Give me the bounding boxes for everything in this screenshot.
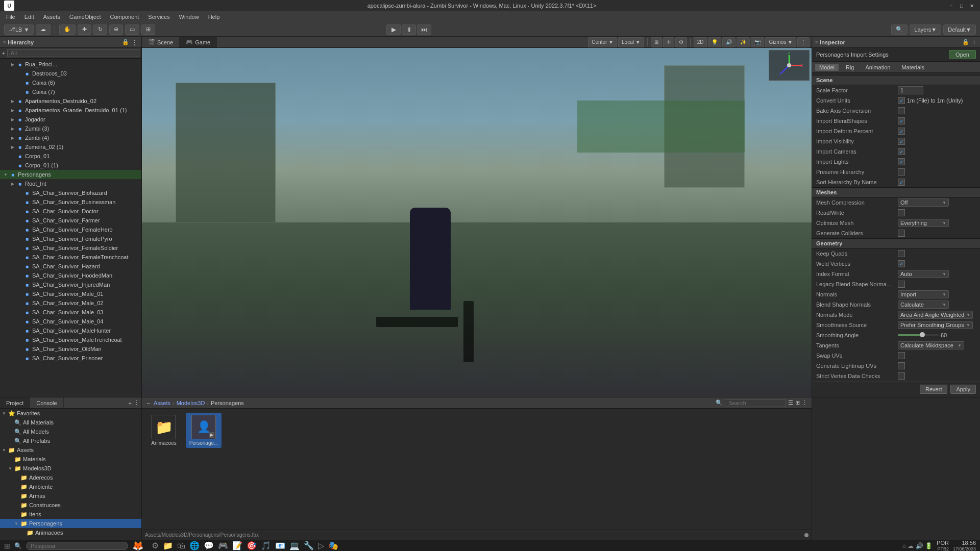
smoothing-angle-slider-container[interactable]: 60 — [898, 332, 953, 338]
scene-local-dropdown[interactable]: Local ▼ — [618, 37, 644, 47]
tree-all-prefabs[interactable]: 🔍 All Prefabs — [0, 436, 141, 445]
tree-ambiente[interactable]: 📁 Ambiente — [0, 482, 141, 491]
inspector-lock-icon[interactable]: 🔒 — [962, 39, 969, 45]
blend-shape-normals-dropdown[interactable]: Calculate — [898, 300, 949, 309]
hierarchy-item[interactable]: ▶ ■ Zumbi (3) — [0, 124, 141, 133]
read-write-checkbox[interactable] — [898, 209, 905, 216]
hierarchy-item[interactable]: ■ SA_Char_Survivor_MaleTrenchcoat — [0, 335, 141, 344]
scene-gizmos-button[interactable]: Gizmos ▼ — [765, 37, 796, 47]
taskbar-discord-icon[interactable]: 💬 — [204, 541, 214, 550]
import-deform-checkbox[interactable]: ✓ — [898, 128, 905, 135]
swap-uvs-checkbox[interactable] — [898, 352, 905, 359]
tab-materials[interactable]: Materials — [897, 64, 928, 71]
revert-button[interactable]: Revert — [920, 385, 947, 394]
scene-snap-button[interactable]: ✛ — [663, 37, 674, 47]
preserve-hierarchy-checkbox[interactable] — [898, 168, 905, 176]
file-list-view-icon[interactable]: ☰ — [788, 399, 793, 406]
hierarchy-item[interactable]: ■ SA_Char_Survivor_FemalePyro — [0, 234, 141, 243]
status-start-icon[interactable]: ⊞ — [4, 542, 10, 550]
tab-rig[interactable]: Rig — [842, 64, 859, 71]
keep-quads-checkbox[interactable] — [898, 250, 905, 257]
menu-window[interactable]: Window — [175, 13, 203, 21]
hierarchy-item[interactable]: ▶ ■ Jogador — [0, 115, 141, 124]
scene-more-button[interactable]: ⋮ — [797, 37, 810, 47]
generate-lightmap-checkbox[interactable] — [898, 362, 905, 369]
menu-component[interactable]: Component — [106, 13, 143, 21]
play-button[interactable]: ▶ — [386, 24, 401, 35]
hierarchy-item[interactable]: ■ SA_Char_Survivor_Male_04 — [0, 317, 141, 326]
hierarchy-item[interactable]: ▶ ■ Apartamentos_Grande_Destruido_01 (1) — [0, 106, 141, 115]
normals-dropdown[interactable]: Import — [898, 290, 949, 298]
minimize-button[interactable]: − — [947, 2, 955, 10]
scene-fx-button[interactable]: ✨ — [737, 37, 750, 47]
hierarchy-item[interactable]: ■ SA_Char_Survivor_Biohazard — [0, 188, 141, 197]
hierarchy-item[interactable]: ■ SA_Char_Survivor_Doctor — [0, 207, 141, 216]
taskbar-mail-icon[interactable]: 📧 — [275, 541, 285, 550]
hierarchy-item[interactable]: ■ SA_Char_Survivor_Farmer — [0, 216, 141, 225]
pause-button[interactable]: ⏸ — [402, 24, 416, 35]
tree-aderecos[interactable]: 📁 Aderecos — [0, 473, 141, 482]
hierarchy-lock-icon[interactable]: 🔒 — [122, 39, 129, 45]
hierarchy-item[interactable]: ▶ ■ Root_Int — [0, 179, 141, 188]
scene-viewport[interactable]: X Y Z — [142, 48, 812, 397]
rotate-tool[interactable]: ↻ — [93, 24, 107, 35]
taskbar-spotify-icon[interactable]: 🎵 — [261, 541, 271, 550]
tree-itens[interactable]: 📁 Itens — [0, 510, 141, 519]
strict-vertex-checkbox[interactable] — [898, 372, 905, 380]
tab-model[interactable]: Model — [815, 64, 839, 71]
project-add-icon[interactable]: + — [129, 400, 132, 406]
generate-colliders-checkbox[interactable] — [898, 230, 905, 237]
hierarchy-item[interactable]: ■ SA_Char_Survivor_FemaleSoldier — [0, 243, 141, 253]
hierarchy-search[interactable] — [7, 49, 139, 57]
hierarchy-item[interactable]: ■ Caixa (6) — [0, 78, 141, 87]
hierarchy-item[interactable]: ■ SA_Char_Survivor_Male_02 — [0, 298, 141, 308]
tab-scene[interactable]: 🎬 Scene — [142, 37, 180, 47]
hierarchy-item[interactable]: ■ SA_Char_Survivor_Businessman — [0, 197, 141, 207]
bake-axis-checkbox[interactable] — [898, 107, 905, 114]
hand-tool[interactable]: ✋ — [59, 24, 76, 35]
import-visibility-checkbox[interactable]: ✓ — [898, 138, 905, 145]
taskbar-store-icon[interactable]: 🛍 — [177, 541, 185, 550]
scale-tool[interactable]: ⊕ — [109, 24, 123, 35]
tab-project[interactable]: Project — [0, 397, 30, 408]
tree-armas[interactable]: 📁 Armas — [0, 491, 141, 500]
scene-camera-button[interactable]: 📷 — [751, 37, 764, 47]
move-tool[interactable]: ✚ — [78, 24, 91, 35]
scene-options-button[interactable]: ⚙ — [675, 37, 687, 47]
layers-dropdown[interactable]: Layers ▼ — [910, 24, 941, 35]
inspector-menu-icon[interactable]: ⋮ — [971, 39, 977, 45]
hierarchy-item[interactable]: ■ Corpo_01 (1) — [0, 161, 141, 170]
step-button[interactable]: ⏭ — [417, 24, 431, 35]
menu-file[interactable]: File — [2, 13, 19, 21]
search-button[interactable]: 🔍 — [891, 24, 908, 35]
smoothness-source-dropdown[interactable]: Prefer Smoothing Groups — [898, 321, 973, 329]
scale-factor-input[interactable] — [898, 86, 923, 94]
hierarchy-item[interactable]: ■ SA_Char_Survivor_FemaleHero — [0, 225, 141, 234]
tree-modelos3d[interactable]: ▼ 📁 Modelos3D — [0, 464, 141, 473]
file-grid-view-icon[interactable]: ⊞ — [795, 399, 800, 406]
taskbar-rider-icon[interactable]: 🔧 — [304, 541, 314, 550]
hierarchy-menu-icon[interactable]: ⋮ — [131, 38, 138, 46]
hierarchy-item[interactable]: ▶ ■ Apartamentos_Destruido_02 — [0, 96, 141, 106]
scene-2d-button[interactable]: 2D — [694, 37, 707, 47]
hierarchy-item[interactable]: ■ Corpo_01 — [0, 152, 141, 161]
tangents-dropdown[interactable]: Calculate Mikktspace — [898, 341, 964, 349]
menu-help[interactable]: Help — [204, 13, 224, 21]
smoothing-angle-slider[interactable] — [898, 334, 939, 336]
rect-tool[interactable]: ▭ — [125, 24, 139, 35]
tree-all-models[interactable]: 🔍 All Models — [0, 427, 141, 436]
scene-grid-button[interactable]: ⊞ — [651, 37, 662, 47]
taskbar-search-input[interactable] — [26, 542, 128, 550]
hierarchy-item[interactable]: ■ SA_Char_Survivor_Hazard — [0, 262, 141, 271]
taskbar-epic-icon[interactable]: 🎭 — [328, 541, 338, 550]
taskbar-vs-icon[interactable]: 💻 — [289, 541, 300, 550]
menu-gameobject[interactable]: GameObject — [65, 13, 105, 21]
project-menu-icon[interactable]: ⋮ — [134, 399, 139, 406]
hierarchy-item[interactable]: ■ Caixa (7) — [0, 87, 141, 96]
tree-construcoes[interactable]: 📁 Construcoes — [0, 500, 141, 510]
tree-animacoes[interactable]: 📁 Animacoes — [0, 528, 141, 537]
file-options-icon[interactable]: ⋮ — [802, 399, 807, 406]
cloud-button[interactable]: ☁ — [36, 24, 51, 35]
file-search-input[interactable] — [725, 399, 786, 407]
scene-audio-button[interactable]: 🔊 — [722, 37, 736, 47]
